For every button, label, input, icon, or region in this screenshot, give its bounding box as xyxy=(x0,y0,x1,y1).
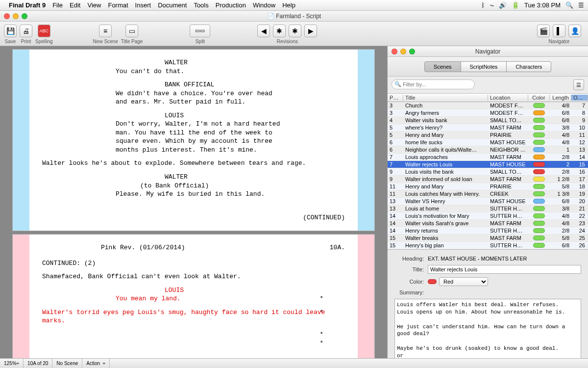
newscene-label: New Scene xyxy=(93,39,118,44)
clock[interactable]: Tue 3:08 PM xyxy=(524,1,561,9)
app-name[interactable]: Final Draft 9 xyxy=(9,1,46,9)
search-icon: 🔍 xyxy=(394,81,401,87)
character-cue: LOUIS xyxy=(165,111,345,120)
scene-table[interactable]: Page Title Location Color Length Order▲ … xyxy=(388,94,588,249)
nav-chars-button[interactable]: 👤 xyxy=(568,25,581,37)
col-page[interactable]: Page xyxy=(388,95,403,101)
titlepage-button[interactable]: ▭ xyxy=(125,25,138,37)
spelling-button[interactable]: ABC xyxy=(38,25,50,37)
character-cue: LOUIS xyxy=(165,286,345,295)
menu-production[interactable]: Production xyxy=(216,1,246,9)
table-row[interactable]: 15Walter breaksMAST FARM5/825 xyxy=(388,235,588,242)
table-row[interactable]: 14Henry returnsSUTTER HOUSE2/824 xyxy=(388,227,588,235)
menu-view[interactable]: View xyxy=(87,1,101,9)
tab-scenes[interactable]: Scenes xyxy=(424,61,461,72)
dialogue: We didn't have a choice. You're over hea… xyxy=(116,89,286,106)
table-row[interactable]: 5Henry and MaryPRAIRIE4/811 xyxy=(388,131,588,139)
menu-edit[interactable]: Edit xyxy=(70,1,80,9)
menu-file[interactable]: File xyxy=(52,1,63,9)
table-row[interactable]: 13Louis at homeSUTTER HO…3/821 xyxy=(388,205,588,212)
page-indicator[interactable]: 10A of 20 xyxy=(24,359,52,368)
status-bar: 125% ÷ 10A of 20 No Scene Action ÷ xyxy=(0,358,588,368)
zoom-stepper[interactable]: 125% ÷ xyxy=(0,359,24,368)
color-label: Color: xyxy=(394,279,424,285)
save-button[interactable]: 💾 xyxy=(4,25,17,37)
rev-prev-button[interactable]: ◀ xyxy=(257,25,270,37)
menu-document[interactable]: Document xyxy=(158,1,187,9)
script-editor[interactable]: WALTER You can't do that. BANK OFFICIAL … xyxy=(0,46,387,358)
bluetooth-icon[interactable]: ᛒ xyxy=(481,1,485,9)
script-page-1[interactable]: WALTER You can't do that. BANK OFFICIAL … xyxy=(12,49,375,231)
revisions-label: Revisions xyxy=(277,39,298,44)
table-row[interactable]: 3ChurchMODEST FR…4/87 xyxy=(388,102,588,109)
table-row[interactable]: 7Louis approachesMAST FARM2/814 xyxy=(388,154,588,161)
table-row[interactable]: 5where's Henry?MAST FARM3/810 xyxy=(388,124,588,131)
nav-notes-button[interactable]: ▌ xyxy=(553,25,565,37)
action-line: Walter's torrid eyes peg Louis's smug, h… xyxy=(42,308,345,325)
navigator-panel: Navigator Scenes ScriptNotes Characters … xyxy=(387,46,588,358)
configure-columns-button[interactable]: ☰ xyxy=(573,79,584,90)
element-select[interactable]: Action ÷ xyxy=(82,359,110,368)
titlepage-label: Title Page xyxy=(121,39,143,44)
filter-input[interactable] xyxy=(392,79,475,89)
navigator-tabs: Scenes ScriptNotes Characters xyxy=(388,57,588,77)
table-row[interactable]: 3Angry farmersMODEST FR…6/88 xyxy=(388,109,588,117)
table-row[interactable]: 6home life sucksMAST HOUSE4/812 xyxy=(388,139,588,146)
script-page-2[interactable]: Pink Rev. (01/06/2014) 10A. CONTINUED: (… xyxy=(12,234,375,358)
action-line: Walter looks he's about to explode. Some… xyxy=(42,159,345,168)
continued-header: CONTINUED: (2) xyxy=(42,259,345,268)
parenthetical: (to Bank Official) xyxy=(140,182,345,190)
table-row[interactable]: 9Walter informed of sold loanMAST FARM1 … xyxy=(388,176,588,183)
table-row[interactable]: 14Louis's motivation for MarySUTTER HO…4… xyxy=(388,212,588,220)
dialogue: Please. My wife is buried in this land. xyxy=(116,190,286,199)
col-color[interactable]: Color xyxy=(528,95,550,101)
table-row[interactable]: 13Walter VS HenryMAST HOUSE6/820 xyxy=(388,198,588,205)
menu-tools[interactable]: Tools xyxy=(194,1,208,9)
nav-scenes-button[interactable]: 🎬 xyxy=(537,25,550,37)
scene-indicator[interactable]: No Scene xyxy=(52,359,82,368)
heading-value: EXT. MAST HOUSE - MOMENTS LATER xyxy=(428,256,527,262)
dialogue: You mean my land. xyxy=(116,294,286,303)
table-row[interactable]: 11Louis catches Mary with Henry.CREEK1 3… xyxy=(388,190,588,198)
table-row[interactable]: 7Walter rejects LouisMAST HOUSE215 xyxy=(388,161,588,168)
newscene-button[interactable]: ≡ xyxy=(99,25,112,37)
summary-textarea[interactable] xyxy=(394,299,581,358)
rev-next-button[interactable]: ▶ xyxy=(304,25,317,37)
volume-icon[interactable]: 🔊 xyxy=(499,1,507,9)
menu-help[interactable]: Help xyxy=(282,1,295,9)
menu-format[interactable]: Format xyxy=(108,1,128,9)
table-row[interactable]: 6Neighbor calls it quits/Walte…NEIGHBOR … xyxy=(388,146,588,154)
tab-scriptnotes[interactable]: ScriptNotes xyxy=(461,61,507,72)
col-length[interactable]: Length xyxy=(550,95,571,101)
tab-characters[interactable]: Characters xyxy=(507,61,551,72)
continued-marker: (CONTINUED) xyxy=(42,213,345,222)
dialogue: You can't do that. xyxy=(116,67,286,76)
table-row[interactable]: 11Henry and MaryPRAIRIE5/818 xyxy=(388,183,588,190)
window-titlebar: 📄 Farmland - Script xyxy=(0,11,588,22)
scene-color-select[interactable]: Red xyxy=(439,277,488,286)
rev-star2-button[interactable]: ✱ xyxy=(289,25,301,37)
spotlight-icon[interactable]: 🔍 xyxy=(565,1,573,9)
wifi-icon[interactable]: ⏦ xyxy=(490,1,494,9)
split-button[interactable]: ▭▭ xyxy=(190,25,210,37)
macos-menubar: Final Draft 9 File Edit View Format Inse… xyxy=(0,0,588,11)
print-button[interactable]: 🖨 xyxy=(20,25,32,37)
scene-title-input[interactable] xyxy=(428,265,581,274)
notification-center-icon[interactable]: ☰ xyxy=(578,1,584,9)
table-row[interactable]: 14Walter visits Sarah's graveMAST FARM4/… xyxy=(388,220,588,227)
col-order[interactable]: Order▲ xyxy=(571,95,588,101)
battery-icon[interactable]: 🔋 xyxy=(512,1,519,9)
revision-star-icon: ** xyxy=(319,330,323,347)
table-row[interactable]: 9Louis visits the bankSMALL TOW…2/816 xyxy=(388,168,588,176)
split-label: Split xyxy=(196,39,205,44)
menu-insert[interactable]: Insert xyxy=(135,1,151,9)
main-toolbar: 💾 Save 🖨 Print ABC Spelling ≡ New Scene … xyxy=(0,22,588,46)
rev-star1-button[interactable]: ✱ xyxy=(273,25,286,37)
table-row[interactable]: 15Henry's big planSUTTER HOUSE6/826 xyxy=(388,242,588,249)
scene-detail-pane: Heading: EXT. MAST HOUSE - MOMENTS LATER… xyxy=(388,249,588,358)
table-header: Page Title Location Color Length Order▲ xyxy=(388,94,588,102)
table-row[interactable]: 4Walter visits bankSMALL TOW…6/89 xyxy=(388,117,588,124)
menu-window[interactable]: Window xyxy=(253,1,275,9)
col-title[interactable]: Title xyxy=(403,95,488,101)
col-location[interactable]: Location xyxy=(488,95,528,101)
